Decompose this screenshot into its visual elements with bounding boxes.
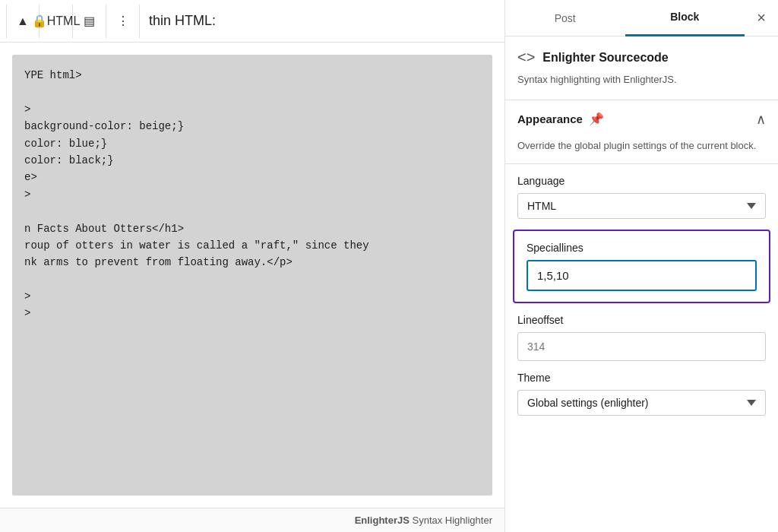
speciallines-label: Speciallines [527,231,757,254]
plugin-header: <> Enlighter Sourcecode [505,36,778,69]
editor-area: ▲ 🔒 HTML ▤ ⋮ thin HTML: YPE html> > back… [0,0,504,532]
sidebar: Post Block × <> Enlighter Sourcecode Syn… [504,0,778,532]
close-icon: × [757,9,766,27]
more-button[interactable]: ⋮ [106,5,140,38]
block-title: thin HTML: [140,13,216,29]
footer-text: Syntax Highlighter [410,515,492,526]
plugin-description: Syntax highlighting with EnlighterJS. [505,69,778,100]
language-label: Language [517,175,766,187]
lineoffset-input[interactable] [517,332,766,361]
theme-label: Theme [517,372,766,384]
code-footer: EnlighterJS Syntax Highlighter [0,508,504,532]
theme-section: Theme Global settings (enlighter) Classi… [505,372,778,426]
up-icon: ▲ [17,14,29,28]
plugin-icon: <> [517,49,535,66]
lineoffset-label: Lineoffset [517,314,766,326]
footer-brand: EnlighterJS [355,515,410,526]
speciallines-section: Speciallines [513,230,770,303]
code-block: YPE html> > background-color: beige;} co… [24,67,480,322]
language-field-group: Language HTML CSS JavaScript PHP Python [505,164,778,230]
pin-icon: 📌 [589,112,604,126]
align-button[interactable]: ▤ [73,5,106,38]
lock-icon: 🔒 [32,14,47,28]
code-container: YPE html> > background-color: beige;} co… [12,55,492,496]
appearance-description: Override the global plugin settings of t… [505,138,778,165]
html-button[interactable]: 🔒 HTML [40,5,73,38]
theme-select[interactable]: Global settings (enlighter) Classic Drac… [517,390,766,416]
tab-post[interactable]: Post [505,0,625,36]
speciallines-input[interactable] [527,260,757,291]
more-icon: ⋮ [117,14,129,28]
appearance-toggle[interactable]: Appearance 📌 ∧ [505,100,778,138]
close-button[interactable]: × [745,2,778,35]
language-select[interactable]: HTML CSS JavaScript PHP Python [517,193,766,219]
plugin-title: Enlighter Sourcecode [542,51,668,65]
chevron-up-icon: ∧ [756,111,766,128]
sidebar-header: Post Block × [505,0,778,36]
toolbar: ▲ 🔒 HTML ▤ ⋮ thin HTML: [0,0,504,43]
appearance-title: Appearance 📌 [517,112,604,126]
align-icon: ▤ [84,14,95,28]
tab-block[interactable]: Block [625,0,745,36]
lineoffset-section: Lineoffset [505,314,778,372]
